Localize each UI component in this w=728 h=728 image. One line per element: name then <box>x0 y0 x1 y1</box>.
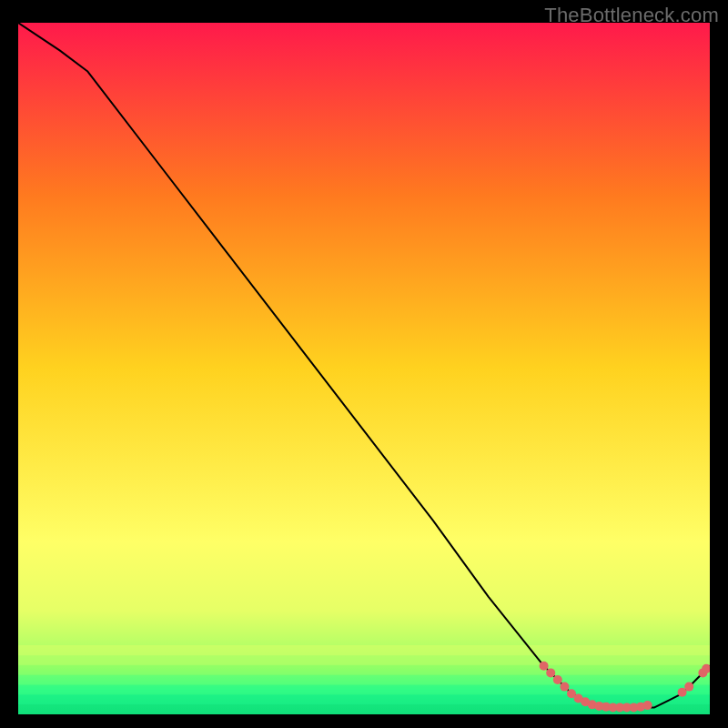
bottleneck-chart <box>18 23 710 714</box>
svg-rect-3 <box>18 675 710 685</box>
svg-rect-0 <box>18 645 710 655</box>
svg-rect-4 <box>18 684 710 694</box>
chart-background <box>18 23 710 714</box>
svg-rect-1 <box>18 655 710 665</box>
data-point <box>684 682 693 692</box>
svg-rect-2 <box>18 665 710 675</box>
data-point <box>553 675 562 684</box>
data-point <box>643 701 652 710</box>
data-point <box>546 668 555 677</box>
data-point <box>540 662 549 671</box>
data-point <box>560 682 569 692</box>
